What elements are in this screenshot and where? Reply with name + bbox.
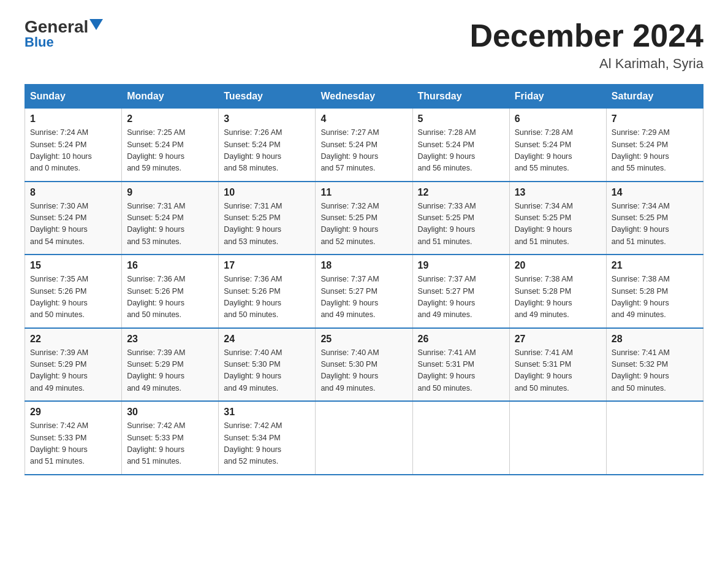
col-tuesday: Tuesday <box>219 85 316 109</box>
table-row: 5 Sunrise: 7:28 AM Sunset: 5:24 PM Dayli… <box>412 109 509 182</box>
day-number: 2 <box>127 113 213 124</box>
table-row: 3 Sunrise: 7:26 AM Sunset: 5:24 PM Dayli… <box>219 109 316 182</box>
table-row <box>316 401 412 475</box>
title-block: December 2024 Al Karimah, Syria <box>469 18 703 72</box>
day-number: 18 <box>320 260 407 271</box>
day-number: 15 <box>30 260 116 271</box>
table-row: 2 Sunrise: 7:25 AM Sunset: 5:24 PM Dayli… <box>122 109 219 182</box>
table-row <box>606 401 703 475</box>
day-number: 31 <box>224 407 310 418</box>
day-number: 17 <box>224 260 310 271</box>
day-number: 21 <box>612 260 698 271</box>
day-info: Sunrise: 7:36 AM Sunset: 5:26 PM Dayligh… <box>224 274 310 321</box>
table-row: 15 Sunrise: 7:35 AM Sunset: 5:26 PM Dayl… <box>25 255 122 328</box>
day-info: Sunrise: 7:37 AM Sunset: 5:27 PM Dayligh… <box>320 274 407 321</box>
table-row: 27 Sunrise: 7:41 AM Sunset: 5:31 PM Dayl… <box>509 328 606 402</box>
logo-general-text: General <box>25 18 88 36</box>
day-number: 10 <box>224 187 310 198</box>
day-info: Sunrise: 7:34 AM Sunset: 5:25 PM Dayligh… <box>515 201 601 248</box>
table-row: 8 Sunrise: 7:30 AM Sunset: 5:24 PM Dayli… <box>25 182 122 255</box>
page-header: General Blue December 2024 Al Karimah, S… <box>25 18 703 72</box>
day-info: Sunrise: 7:40 AM Sunset: 5:30 PM Dayligh… <box>224 347 310 395</box>
day-number: 26 <box>418 334 504 345</box>
table-row: 6 Sunrise: 7:28 AM Sunset: 5:24 PM Dayli… <box>509 109 606 182</box>
table-row: 11 Sunrise: 7:32 AM Sunset: 5:25 PM Dayl… <box>316 182 412 255</box>
day-number: 20 <box>515 260 601 271</box>
calendar-table: Sunday Monday Tuesday Wednesday Thursday… <box>25 84 703 475</box>
table-row: 25 Sunrise: 7:40 AM Sunset: 5:30 PM Dayl… <box>316 328 412 402</box>
col-friday: Friday <box>509 85 606 109</box>
calendar-week-row: 15 Sunrise: 7:35 AM Sunset: 5:26 PM Dayl… <box>25 255 703 328</box>
day-info: Sunrise: 7:34 AM Sunset: 5:25 PM Dayligh… <box>612 201 698 248</box>
day-info: Sunrise: 7:26 AM Sunset: 5:24 PM Dayligh… <box>224 127 310 175</box>
day-info: Sunrise: 7:32 AM Sunset: 5:25 PM Dayligh… <box>320 201 407 248</box>
day-info: Sunrise: 7:31 AM Sunset: 5:24 PM Dayligh… <box>127 201 213 248</box>
table-row: 21 Sunrise: 7:38 AM Sunset: 5:28 PM Dayl… <box>606 255 703 328</box>
calendar-header-row: Sunday Monday Tuesday Wednesday Thursday… <box>25 85 703 109</box>
day-number: 13 <box>515 187 601 198</box>
day-info: Sunrise: 7:39 AM Sunset: 5:29 PM Dayligh… <box>30 347 116 395</box>
table-row: 14 Sunrise: 7:34 AM Sunset: 5:25 PM Dayl… <box>606 182 703 255</box>
table-row: 31 Sunrise: 7:42 AM Sunset: 5:34 PM Dayl… <box>219 401 316 475</box>
table-row: 18 Sunrise: 7:37 AM Sunset: 5:27 PM Dayl… <box>316 255 412 328</box>
day-info: Sunrise: 7:42 AM Sunset: 5:33 PM Dayligh… <box>127 420 213 468</box>
table-row: 28 Sunrise: 7:41 AM Sunset: 5:32 PM Dayl… <box>606 328 703 402</box>
day-number: 8 <box>30 187 116 198</box>
day-number: 22 <box>30 334 116 345</box>
day-info: Sunrise: 7:27 AM Sunset: 5:24 PM Dayligh… <box>320 127 407 175</box>
day-info: Sunrise: 7:41 AM Sunset: 5:31 PM Dayligh… <box>418 347 504 395</box>
logo: General Blue <box>25 18 103 50</box>
day-number: 9 <box>127 187 213 198</box>
table-row: 22 Sunrise: 7:39 AM Sunset: 5:29 PM Dayl… <box>25 328 122 402</box>
table-row: 13 Sunrise: 7:34 AM Sunset: 5:25 PM Dayl… <box>509 182 606 255</box>
day-number: 5 <box>418 113 504 124</box>
day-info: Sunrise: 7:42 AM Sunset: 5:33 PM Dayligh… <box>30 420 116 468</box>
day-number: 29 <box>30 407 116 418</box>
calendar-week-row: 22 Sunrise: 7:39 AM Sunset: 5:29 PM Dayl… <box>25 328 703 402</box>
day-number: 24 <box>224 334 310 345</box>
day-info: Sunrise: 7:30 AM Sunset: 5:24 PM Dayligh… <box>30 201 116 248</box>
table-row: 17 Sunrise: 7:36 AM Sunset: 5:26 PM Dayl… <box>219 255 316 328</box>
day-number: 23 <box>127 334 213 345</box>
col-wednesday: Wednesday <box>316 85 412 109</box>
day-info: Sunrise: 7:41 AM Sunset: 5:31 PM Dayligh… <box>515 347 601 395</box>
location-title: Al Karimah, Syria <box>469 56 703 72</box>
col-thursday: Thursday <box>412 85 509 109</box>
day-number: 4 <box>320 113 407 124</box>
day-info: Sunrise: 7:38 AM Sunset: 5:28 PM Dayligh… <box>515 274 601 321</box>
day-info: Sunrise: 7:29 AM Sunset: 5:24 PM Dayligh… <box>612 127 698 175</box>
day-number: 11 <box>320 187 407 198</box>
day-info: Sunrise: 7:35 AM Sunset: 5:26 PM Dayligh… <box>30 274 116 321</box>
table-row: 23 Sunrise: 7:39 AM Sunset: 5:29 PM Dayl… <box>122 328 219 402</box>
day-number: 30 <box>127 407 213 418</box>
table-row: 20 Sunrise: 7:38 AM Sunset: 5:28 PM Dayl… <box>509 255 606 328</box>
day-info: Sunrise: 7:28 AM Sunset: 5:24 PM Dayligh… <box>418 127 504 175</box>
table-row: 1 Sunrise: 7:24 AM Sunset: 5:24 PM Dayli… <box>25 109 122 182</box>
day-info: Sunrise: 7:42 AM Sunset: 5:34 PM Dayligh… <box>224 420 310 468</box>
table-row: 4 Sunrise: 7:27 AM Sunset: 5:24 PM Dayli… <box>316 109 412 182</box>
day-number: 27 <box>515 334 601 345</box>
month-title: December 2024 <box>469 18 703 53</box>
day-info: Sunrise: 7:31 AM Sunset: 5:25 PM Dayligh… <box>224 201 310 248</box>
day-info: Sunrise: 7:25 AM Sunset: 5:24 PM Dayligh… <box>127 127 213 175</box>
table-row: 19 Sunrise: 7:37 AM Sunset: 5:27 PM Dayl… <box>412 255 509 328</box>
table-row: 26 Sunrise: 7:41 AM Sunset: 5:31 PM Dayl… <box>412 328 509 402</box>
day-number: 1 <box>30 113 116 124</box>
calendar-week-row: 8 Sunrise: 7:30 AM Sunset: 5:24 PM Dayli… <box>25 182 703 255</box>
day-number: 19 <box>418 260 504 271</box>
table-row: 9 Sunrise: 7:31 AM Sunset: 5:24 PM Dayli… <box>122 182 219 255</box>
logo-triangle-icon <box>89 19 103 33</box>
day-number: 14 <box>612 187 698 198</box>
day-number: 6 <box>515 113 601 124</box>
calendar-week-row: 29 Sunrise: 7:42 AM Sunset: 5:33 PM Dayl… <box>25 401 703 475</box>
day-number: 12 <box>418 187 504 198</box>
table-row: 24 Sunrise: 7:40 AM Sunset: 5:30 PM Dayl… <box>219 328 316 402</box>
day-number: 16 <box>127 260 213 271</box>
table-row: 29 Sunrise: 7:42 AM Sunset: 5:33 PM Dayl… <box>25 401 122 475</box>
logo-blue-text: Blue <box>25 34 54 50</box>
calendar-week-row: 1 Sunrise: 7:24 AM Sunset: 5:24 PM Dayli… <box>25 109 703 182</box>
day-info: Sunrise: 7:39 AM Sunset: 5:29 PM Dayligh… <box>127 347 213 395</box>
col-saturday: Saturday <box>606 85 703 109</box>
day-info: Sunrise: 7:40 AM Sunset: 5:30 PM Dayligh… <box>320 347 407 395</box>
table-row: 16 Sunrise: 7:36 AM Sunset: 5:26 PM Dayl… <box>122 255 219 328</box>
